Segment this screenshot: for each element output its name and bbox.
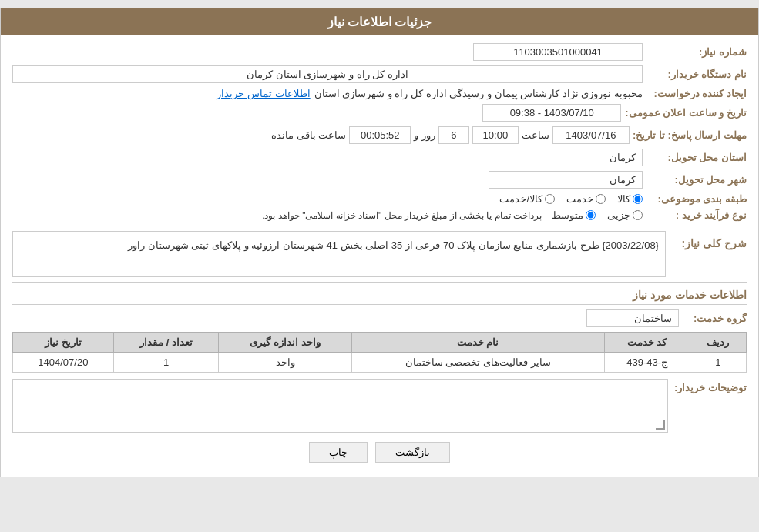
announce-date-label: تاریخ و ساعت اعلان عمومی: bbox=[625, 107, 747, 119]
td-row-num: 1 bbox=[690, 353, 746, 373]
request-number-value: 1103003501000041 bbox=[473, 43, 643, 61]
cat-radio-kala-input[interactable] bbox=[633, 194, 643, 204]
buyer-org-row: نام دستگاه خریدار: اداره کل راه و شهرساز… bbox=[12, 65, 747, 83]
remaining-time-label: ساعت باقی مانده bbox=[271, 129, 346, 141]
province-value: کرمان bbox=[489, 149, 643, 166]
cat-radio-khedmat-label: خدمت bbox=[566, 193, 593, 205]
description-row: شرح کلی نیاز: {2003/22/08} طرح بازشماری … bbox=[12, 231, 747, 277]
th-row-num: ردیف bbox=[690, 333, 746, 353]
th-service-name: نام خدمت bbox=[351, 333, 604, 353]
province-label: استان محل تحویل: bbox=[646, 152, 747, 163]
creator-label: ایجاد کننده درخواست: bbox=[646, 88, 747, 99]
proc-radio-mota-label: متوسط bbox=[552, 209, 583, 221]
buttons-row: بازگشت چاپ bbox=[12, 442, 747, 463]
buyer-notes-label: توضیحات خریدار: bbox=[674, 379, 747, 393]
buyer-notes-row: توضیحات خریدار: bbox=[12, 379, 747, 433]
cat-radio-kala-khedmat-input[interactable] bbox=[545, 194, 555, 204]
services-title: اطلاعات خدمات مورد نیاز bbox=[12, 289, 747, 305]
process-row: نوع فرآیند خرید : جزیی متوسط پرداخت تمام… bbox=[12, 209, 747, 221]
city-label: شهر محل تحویل: bbox=[646, 174, 747, 186]
cat-radio-kala-label: کالا bbox=[617, 193, 630, 205]
td-service-code: ج-43-439 bbox=[604, 353, 690, 373]
td-date: 1404/07/20 bbox=[13, 353, 114, 373]
remaining-days-value: 6 bbox=[438, 126, 469, 144]
content-area: شماره نیاز: 1103003501000041 نام دستگاه … bbox=[1, 35, 758, 477]
buyer-notes-box bbox=[12, 379, 668, 433]
cat-radio-khedmat-input[interactable] bbox=[596, 194, 606, 204]
td-quantity: 1 bbox=[113, 353, 219, 373]
description-value: {2003/22/08} طرح بازشماری منابع سازمان پ… bbox=[12, 231, 666, 277]
creator-value: محبوبه نوروزی نژاد کارشناس پیمان و رسیدگ… bbox=[314, 88, 643, 99]
creator-row: ایجاد کننده درخواست: محبوبه نوروزی نژاد … bbox=[12, 88, 747, 99]
process-note: پرداخت تمام یا بخشی از مبلغ خریدار محل "… bbox=[262, 210, 542, 221]
divider-2 bbox=[12, 282, 747, 283]
cat-radio-kala-khedmat: کالا/خدمت bbox=[499, 193, 555, 205]
group-value: ساختمان bbox=[586, 309, 679, 327]
print-button[interactable]: چاپ bbox=[309, 442, 368, 463]
process-label: نوع فرآیند خرید : bbox=[646, 209, 747, 221]
category-row: طبقه بندی موضوعی: کالا خدمت کالا/خدمت bbox=[12, 193, 747, 205]
td-unit: واحد bbox=[219, 353, 351, 373]
services-section: اطلاعات خدمات مورد نیاز گروه خدمت: ساختم… bbox=[12, 289, 747, 373]
th-quantity: تعداد / مقدار bbox=[113, 333, 219, 353]
th-service-code: کد خدمت bbox=[604, 333, 690, 353]
reply-time-value: 10:00 bbox=[472, 126, 519, 144]
reply-date-value: 1403/07/16 bbox=[552, 126, 630, 144]
reply-time-label: ساعت bbox=[522, 129, 549, 141]
proc-radio-jozii: جزیی bbox=[607, 209, 643, 221]
remaining-time-value: 00:05:52 bbox=[349, 126, 411, 144]
province-row: استان محل تحویل: کرمان bbox=[12, 149, 747, 166]
th-date: تاریخ نیاز bbox=[13, 333, 114, 353]
td-service-name: سایر فعالیت‌های تخصصی ساختمان bbox=[351, 353, 604, 373]
request-number-label: شماره نیاز: bbox=[646, 46, 747, 58]
cat-radio-kala: کالا bbox=[617, 193, 643, 205]
reply-deadline-label: مهلت ارسال پاسخ: تا تاریخ: bbox=[633, 129, 747, 141]
city-row: شهر محل تحویل: کرمان bbox=[12, 171, 747, 189]
process-radio-group: جزیی متوسط bbox=[552, 209, 643, 221]
buyer-org-label: نام دستگاه خریدار: bbox=[646, 69, 747, 80]
proc-radio-mota-input[interactable] bbox=[586, 210, 596, 220]
reply-deadline-row: مهلت ارسال پاسخ: تا تاریخ: 1403/07/16 سا… bbox=[12, 126, 747, 144]
city-value: کرمان bbox=[489, 171, 643, 189]
cat-radio-kala-khedmat-label: کالا/خدمت bbox=[499, 193, 542, 205]
category-label: طبقه بندی موضوعی: bbox=[646, 193, 747, 205]
back-button[interactable]: بازگشت bbox=[375, 442, 450, 463]
description-section-title: شرح کلی نیاز: bbox=[670, 237, 747, 249]
divider-1 bbox=[12, 226, 747, 226]
cat-radio-khedmat: خدمت bbox=[566, 193, 606, 205]
page-header: جزئیات اطلاعات نیاز bbox=[1, 8, 758, 35]
page-title: جزئیات اطلاعات نیاز bbox=[327, 15, 432, 28]
proc-radio-jozii-input[interactable] bbox=[633, 210, 643, 220]
category-radio-group: کالا خدمت کالا/خدمت bbox=[499, 193, 643, 205]
group-label: گروه خدمت: bbox=[685, 313, 747, 324]
page-wrapper: جزئیات اطلاعات نیاز شماره نیاز: 11030035… bbox=[0, 8, 759, 477]
announce-date-row: تاریخ و ساعت اعلان عمومی: 1403/07/10 - 0… bbox=[12, 104, 747, 122]
request-number-row: شماره نیاز: 1103003501000041 bbox=[12, 43, 747, 61]
proc-radio-jozii-label: جزیی bbox=[607, 209, 630, 221]
buyer-org-value: اداره کل راه و شهرسازی استان کرمان bbox=[12, 65, 643, 83]
services-table: ردیف کد خدمت نام خدمت واحد اندازه گیری ت… bbox=[12, 332, 747, 373]
group-row: گروه خدمت: ساختمان bbox=[12, 309, 747, 327]
proc-radio-mota: متوسط bbox=[552, 209, 596, 221]
creator-link[interactable]: اطلاعات تماس خریدار bbox=[217, 88, 310, 99]
announce-date-value: 1403/07/10 - 09:38 bbox=[482, 104, 621, 122]
remaining-days-label: روز و bbox=[414, 129, 435, 141]
table-row: 1 ج-43-439 سایر فعالیت‌های تخصصی ساختمان… bbox=[13, 353, 747, 373]
th-unit: واحد اندازه گیری bbox=[219, 333, 351, 353]
